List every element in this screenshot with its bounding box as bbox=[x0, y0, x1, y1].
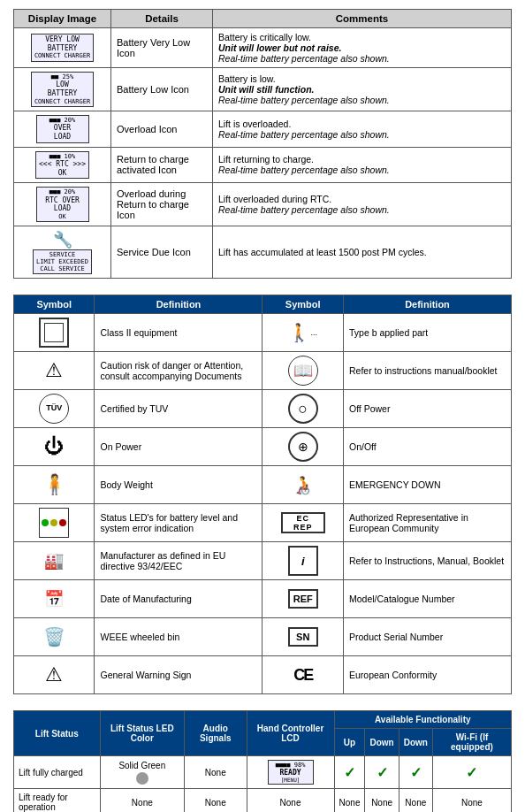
symbol-cell: EC REP bbox=[262, 504, 343, 542]
ce-mark-icon: CE bbox=[268, 660, 337, 690]
table-row: ■■ 25% LOW BATTERY CONNECT CHARGER Batte… bbox=[14, 68, 512, 111]
check-down2: ✓ bbox=[410, 765, 422, 780]
table-row: ⏻ On Power ⊕ On/Off bbox=[14, 428, 512, 466]
led-color-cell: Solid Green bbox=[100, 756, 184, 789]
details-cell: Battery Low Icon bbox=[111, 68, 213, 111]
symbol-cell: 🏭 bbox=[14, 542, 95, 580]
display-img-cell: ■■■ 20% RTC OVER LOAD OK bbox=[14, 183, 111, 226]
general-warning-icon: ⚠ bbox=[19, 660, 88, 690]
on-power-icon: ⏻ bbox=[19, 432, 88, 462]
table-row: ■■■ 20% OVER LOAD Overload Icon Lift is … bbox=[14, 111, 512, 147]
table-row: 📅 Date of Manufacturing REF Model/Catalo… bbox=[14, 580, 512, 618]
wifi-cell: None bbox=[432, 789, 511, 812]
definition-cell: Caution risk of danger or Attention, con… bbox=[95, 352, 262, 390]
check-wifi: ✓ bbox=[466, 765, 477, 780]
tuv-icon: TÜV bbox=[39, 394, 69, 424]
table3-subheader-wifi: Wi-Fi (If equipped) bbox=[432, 729, 511, 756]
service-icon: 🔧 SERVICE LIMIT EXCEEDED CALL SERVICE bbox=[19, 230, 105, 274]
class2-icon bbox=[39, 318, 69, 348]
check-down1: ✓ bbox=[377, 765, 388, 780]
symbol-cell: 🚶... bbox=[262, 314, 343, 352]
table-row: ⚠ Caution risk of danger or Attention, c… bbox=[14, 352, 512, 390]
display-img-cell: ■■■ 20% OVER LOAD bbox=[14, 111, 111, 147]
definition-cell: WEEE wheeled bin bbox=[95, 618, 262, 656]
sn-icon: SN bbox=[288, 627, 318, 647]
table3-subheader-down1: Down bbox=[365, 729, 399, 756]
definition-cell: European Conformity bbox=[343, 656, 511, 694]
lift-status-cell: Lift fully charged bbox=[14, 756, 101, 789]
led-color-circle bbox=[136, 772, 148, 785]
display-img-cell: 🔧 SERVICE LIMIT EXCEEDED CALL SERVICE bbox=[14, 226, 111, 279]
manufacturer-icon: 🏭 bbox=[19, 546, 88, 576]
definition-cell: Body Weight bbox=[95, 466, 262, 504]
weee-icon: 🗑️ bbox=[19, 622, 88, 652]
body-weight-icon: 🧍 bbox=[19, 470, 88, 500]
symbol-cell: i bbox=[262, 542, 343, 580]
definition-cell: Class II equipment bbox=[95, 314, 262, 352]
wifi-cell: ✓ bbox=[432, 756, 511, 789]
comments-cell: Lift has accumulated at least 1500 post … bbox=[213, 226, 512, 279]
table-row: VERY LOW BATTERY CONNECT CHARGER Battery… bbox=[14, 28, 512, 68]
audio-cell: None bbox=[185, 756, 247, 789]
definition-cell: On/Off bbox=[343, 428, 511, 466]
symbol-cell: 🗑️ bbox=[14, 618, 95, 656]
definition-cell: Type b applied part bbox=[343, 314, 511, 352]
down2-cell: ✓ bbox=[399, 756, 432, 789]
definition-cell: On Power bbox=[95, 428, 262, 466]
symbol-cell: 🧑‍🦽 bbox=[262, 466, 343, 504]
up-cell: ✓ bbox=[334, 756, 365, 789]
lcd-display: ■■■■ 98% READY [MENU] bbox=[268, 760, 314, 785]
symbols-table: Symbol Definition Symbol Definition Clas… bbox=[13, 295, 512, 694]
table2-header-def2: Definition bbox=[343, 295, 511, 314]
lcd-icon-service: SERVICE LIMIT EXCEEDED CALL SERVICE bbox=[33, 249, 92, 274]
info-booklet-icon: i bbox=[288, 546, 318, 576]
lift-status-table: Lift Status Lift Status LED Color Audio … bbox=[13, 710, 512, 812]
down1-cell: ✓ bbox=[365, 756, 399, 789]
table-row: Class II equipment 🚶... Type b applied p… bbox=[14, 314, 512, 352]
comments-cell: Lift returning to charge. Real-time batt… bbox=[213, 147, 512, 183]
table2-header-def1: Definition bbox=[95, 295, 262, 314]
down1-cell: None bbox=[365, 789, 399, 812]
table2-header-sym2: Symbol bbox=[262, 295, 343, 314]
symbol-cell: 🧍 bbox=[14, 466, 95, 504]
table-row: Lift ready for operation None None None … bbox=[14, 789, 512, 812]
table1-header-comments: Comments bbox=[213, 10, 512, 28]
table1-header-details: Details bbox=[111, 10, 213, 28]
ec-rep-icon: EC REP bbox=[281, 512, 325, 533]
details-cell: Return to charge activated Icon bbox=[111, 147, 213, 183]
table-row: ⚠ General Warning Sign CE European Confo… bbox=[14, 656, 512, 694]
lcd-icon-very-low-battery: VERY LOW BATTERY CONNECT CHARGER bbox=[31, 34, 94, 62]
comments-cell: Lift is overloaded. Real-time battery pe… bbox=[213, 111, 512, 147]
lcd-cell: ■■■■ 98% READY [MENU] bbox=[247, 756, 334, 789]
definition-cell: Manufacturer as defined in EU directive … bbox=[95, 542, 262, 580]
definition-cell: Off Power bbox=[343, 390, 511, 428]
symbol-cell: ⚠ bbox=[14, 656, 95, 694]
on-off-icon: ⊕ bbox=[288, 432, 318, 462]
date-mfg-icon: 📅 bbox=[19, 584, 88, 614]
definition-cell: Refer to Instructions, Manual, Booklet bbox=[343, 542, 511, 580]
symbol-cell bbox=[14, 504, 95, 542]
details-cell: Overload Icon bbox=[111, 111, 213, 147]
definition-cell: Product Serial Number bbox=[343, 618, 511, 656]
definition-cell: Certified by TUV bbox=[95, 390, 262, 428]
definition-cell: Status LED's for battery level and syste… bbox=[95, 504, 262, 542]
table3-header-audio: Audio Signals bbox=[185, 711, 247, 756]
table-row: 🗑️ WEEE wheeled bin SN Product Serial Nu… bbox=[14, 618, 512, 656]
comments-cell: Battery is low. Unit will still function… bbox=[213, 68, 512, 111]
table3-header-lift-status: Lift Status bbox=[14, 711, 101, 756]
table-row: Status LED's for battery level and syste… bbox=[14, 504, 512, 542]
definition-cell: Refer to instructions manual/booklet bbox=[343, 352, 511, 390]
table2-header-sym1: Symbol bbox=[14, 295, 95, 314]
symbol-cell bbox=[14, 314, 95, 352]
table3-header-led-color: Lift Status LED Color bbox=[100, 711, 184, 756]
symbol-cell: REF bbox=[262, 580, 343, 618]
symbol-cell: CE bbox=[262, 656, 343, 694]
table-row: 🏭 Manufacturer as defined in EU directiv… bbox=[14, 542, 512, 580]
check-up: ✓ bbox=[344, 765, 355, 780]
table3-header-avail-func: Available Functionality bbox=[334, 711, 511, 729]
display-icons-table: Display Image Details Comments VERY LOW … bbox=[13, 9, 512, 279]
comments-cell: Lift overloaded during RTC. Real-time ba… bbox=[213, 183, 512, 226]
down2-cell: None bbox=[399, 789, 432, 812]
table1-header-display: Display Image bbox=[14, 10, 111, 28]
symbol-cell: TÜV bbox=[14, 390, 95, 428]
